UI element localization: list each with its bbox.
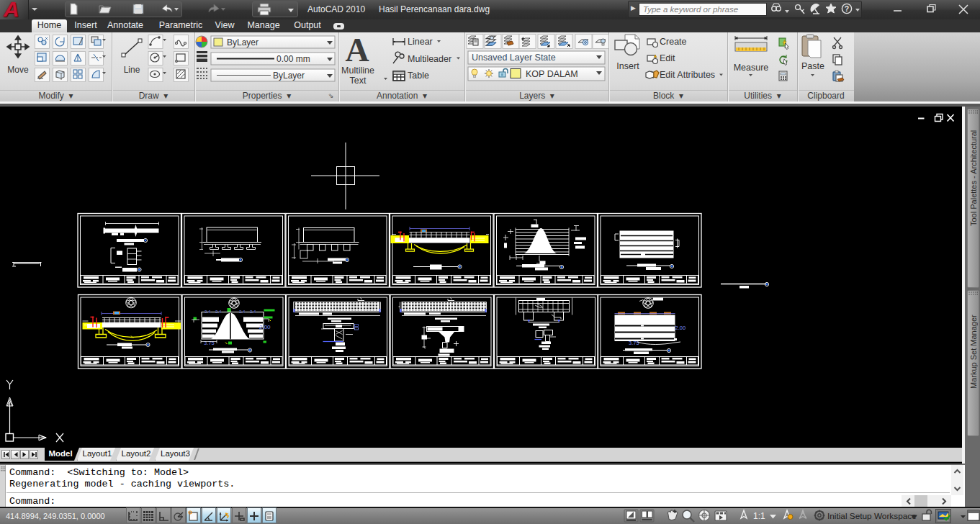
svg-text:Initial Setup Workspace: Initial Setup Workspace	[827, 511, 917, 521]
svg-text:Text: Text	[350, 76, 367, 86]
svg-text:Linear: Linear	[408, 37, 433, 47]
svg-text:2.00: 2.00	[675, 325, 686, 331]
svg-text:KOP DALAM: KOP DALAM	[526, 69, 578, 79]
svg-text:3.75: 3.75	[204, 340, 215, 346]
svg-text:Move: Move	[7, 65, 29, 75]
svg-text:Table: Table	[408, 71, 429, 81]
svg-text:Measure: Measure	[734, 63, 769, 73]
svg-text:A: A	[345, 32, 369, 68]
svg-text:?: ?	[845, 4, 849, 13]
svg-text:Create: Create	[660, 37, 687, 47]
svg-text:Unsaved Layer State: Unsaved Layer State	[472, 53, 556, 63]
svg-text:Edit Attributes: Edit Attributes	[660, 70, 715, 80]
svg-text:3.4: 3.4	[239, 310, 246, 314]
svg-text:2.00: 2.00	[259, 324, 271, 330]
svg-text:Paste: Paste	[801, 61, 824, 71]
svg-text:0.00 mm: 0.00 mm	[277, 54, 310, 64]
svg-text:3.4: 3.4	[204, 310, 211, 314]
svg-text:3.75: 3.75	[629, 340, 639, 346]
svg-text:Multileader: Multileader	[408, 54, 451, 64]
svg-text:Edit: Edit	[660, 53, 675, 63]
svg-text:Multiline: Multiline	[341, 66, 374, 76]
svg-text:3.4: 3.4	[250, 310, 256, 314]
svg-text:1:1: 1:1	[753, 511, 765, 521]
svg-text:ByLayer: ByLayer	[227, 37, 259, 48]
svg-text:ByLayer: ByLayer	[273, 71, 305, 81]
svg-text:Line: Line	[124, 65, 140, 75]
svg-text:Insert: Insert	[616, 61, 639, 71]
svg-text:3.4: 3.4	[215, 310, 222, 314]
